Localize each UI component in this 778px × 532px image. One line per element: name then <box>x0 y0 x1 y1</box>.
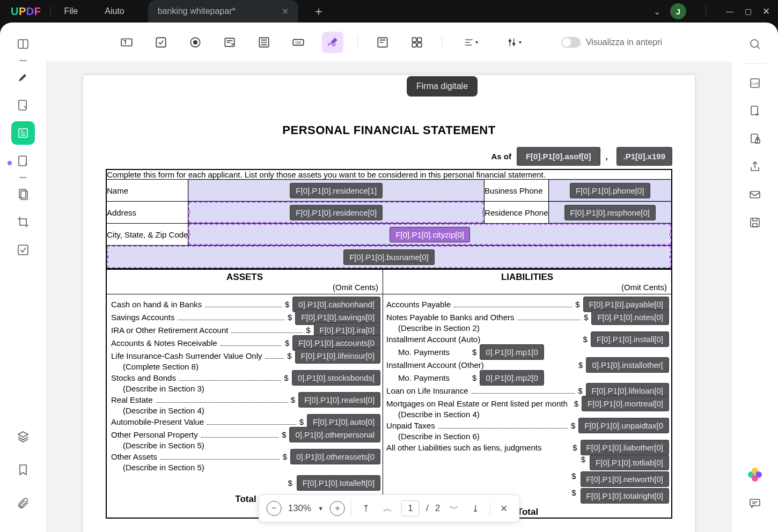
svg-rect-19 <box>417 43 422 47</box>
field-asof[interactable]: F[0].P1[0].asof[0] <box>517 147 600 166</box>
listbox-tool-icon[interactable] <box>253 32 275 53</box>
redact-icon[interactable] <box>11 238 35 262</box>
attachment-icon[interactable] <box>11 491 35 515</box>
form-toolbar: OK ▾ ▾ Visualizza in ant <box>46 23 732 62</box>
asset-ira-label: IRA or Other Retirement Account <box>111 326 228 335</box>
asset-accounts-label: Accounts & Notes Receivable <box>111 338 217 348</box>
svg-point-21 <box>513 42 515 45</box>
assets-liabilities-table: ASSETS (Omit Cents) LIABILITIES (Omit Ce… <box>106 269 672 519</box>
prev-page-icon[interactable]: ︿ <box>380 501 395 516</box>
field-totliab[interactable]: F[0].P1[0].totliab[0] <box>590 455 669 470</box>
field-year[interactable]: .P1[0].x199 <box>616 147 672 166</box>
email-icon[interactable] <box>743 183 767 206</box>
save-icon[interactable] <box>743 211 767 234</box>
applicant-info-table: Complete this form for each applicant. L… <box>106 169 672 269</box>
menu-file[interactable]: File <box>61 4 81 18</box>
next-page-icon[interactable]: ﹀ <box>446 501 461 516</box>
dropdown-tool-icon[interactable] <box>219 32 240 53</box>
search-icon[interactable] <box>743 32 767 56</box>
tab-title: banking whitepapar* <box>158 6 236 16</box>
last-page-icon[interactable]: ⤓ <box>468 501 483 516</box>
form-options-icon[interactable]: ▾ <box>499 32 529 53</box>
field-residence-phone[interactable]: F[0].P1[0].resphone[0] <box>549 202 672 223</box>
field-notes[interactable]: F[0].P1[0].notes[0] <box>591 309 669 325</box>
bookmark-icon[interactable] <box>11 458 35 482</box>
field-address[interactable]: F[0].P1[0].residence[0] <box>188 202 484 223</box>
asset-savings-label: Savings Accounts <box>111 313 174 322</box>
checkbox-tool-icon[interactable] <box>150 32 172 53</box>
svg-rect-25 <box>751 106 758 115</box>
button-tool-icon[interactable]: OK <box>288 32 309 53</box>
field-mp1[interactable]: 0].P1[0].mp1[0 <box>480 344 544 360</box>
crop-icon[interactable] <box>11 210 35 234</box>
field-business-phone[interactable]: F[0].P1[0].phone[0] <box>549 180 672 201</box>
window-maximize-icon[interactable]: ▢ <box>744 8 752 15</box>
organize-pages-icon[interactable] <box>11 149 35 173</box>
window-minimize-icon[interactable]: — <box>725 8 734 15</box>
first-page-icon[interactable]: ⤒ <box>358 501 373 516</box>
radio-tool-icon[interactable] <box>185 32 206 53</box>
new-tab-button[interactable]: ＋ <box>310 3 327 20</box>
liab-mopay2-label: Mo. Payments <box>398 373 450 382</box>
recent-chevron-icon[interactable]: ⌄ <box>654 6 660 17</box>
align-tool-icon[interactable]: ▾ <box>456 32 486 53</box>
convert-icon[interactable] <box>743 99 767 123</box>
svg-rect-7 <box>121 39 132 46</box>
protect-icon[interactable] <box>743 127 767 151</box>
form-tools-icon[interactable] <box>11 121 35 145</box>
digital-signature-tool-icon[interactable] <box>322 32 343 53</box>
page-manager-icon[interactable] <box>11 182 35 206</box>
asset-otherpers-label: Other Personal Property <box>111 430 198 439</box>
svg-point-20 <box>509 40 511 42</box>
preview-toggle[interactable] <box>561 37 581 48</box>
document-title: PERSONAL FINANCIAL STATEMENT <box>106 123 672 137</box>
field-name[interactable]: F[0].P1[0].residence[1] <box>188 180 484 201</box>
field-totalleft[interactable]: F[0].P1[0].totalleft[0] <box>297 475 380 491</box>
field-lifeinsur[interactable]: F[0].P1[0].lifeinsur[0] <box>295 348 381 364</box>
zoom-dropdown-icon[interactable]: ▼ <box>318 505 324 512</box>
edit-pdf-icon[interactable] <box>11 93 35 117</box>
field-installother[interactable]: 0].P1[0].installother[ <box>586 357 669 373</box>
field-otherpersonal[interactable]: 0].P1[0].otherpersonal <box>289 427 380 442</box>
liab-payable-label: Accounts Payable <box>386 300 451 309</box>
current-page-input[interactable]: 1 <box>401 500 420 516</box>
svg-rect-18 <box>412 43 416 47</box>
field-stocks[interactable]: 0].P1[0].stocksbonds[ <box>292 370 380 386</box>
user-avatar[interactable]: J <box>670 3 686 19</box>
ocr-icon[interactable]: OCR <box>743 71 767 95</box>
svg-rect-30 <box>750 499 760 506</box>
window-close-icon[interactable]: ✕ <box>762 8 770 15</box>
field-mortreal[interactable]: F[0].P1[0].mortreal[0] <box>582 396 669 411</box>
tab-close-icon[interactable]: ✕ <box>282 6 289 17</box>
comments-icon[interactable] <box>743 491 767 515</box>
svg-rect-1 <box>19 100 26 110</box>
close-pager-icon[interactable]: ✕ <box>496 501 511 516</box>
reader-mode-icon[interactable] <box>11 32 35 56</box>
menu-help[interactable]: Aiuto <box>101 4 127 18</box>
field-otherassets[interactable]: 0].P1[0].otherassets[0 <box>290 449 380 464</box>
zoom-out-button[interactable]: − <box>267 501 282 516</box>
asset-cash-label: Cash on hand & in Banks <box>111 300 202 309</box>
field-realest[interactable]: F[0].P1[0].realest[0] <box>298 392 380 408</box>
field-totalright[interactable]: F[0].P1[0].totalright[0] <box>581 488 669 504</box>
share-icon[interactable] <box>743 155 767 179</box>
field-install[interactable]: F[0].P1[0].install[0] <box>591 331 669 347</box>
document-canvas[interactable]: PERSONAL FINANCIAL STATEMENT As of F[0].… <box>46 62 732 532</box>
grid-tool-icon[interactable] <box>406 32 428 53</box>
asset-auto-label: Automobile-Present Value <box>111 417 204 426</box>
field-busname[interactable]: F[0].P1[0].busname[0] <box>107 246 671 268</box>
field-liabother[interactable]: F[0].P1[0].liabother[0] <box>581 440 669 455</box>
field-unpaidtax[interactable]: F[0].P1[0].unpaidtax[0 <box>578 418 669 433</box>
highlighter-icon[interactable] <box>11 65 35 89</box>
form-instruction: Complete this form for each applicant. L… <box>106 169 672 180</box>
field-cityzip[interactable]: F[0].P1[0].cityzip[0] <box>188 224 671 245</box>
image-field-tool-icon[interactable] <box>372 32 393 53</box>
ai-assistant-icon[interactable] <box>748 468 762 482</box>
text-field-tool-icon[interactable] <box>116 32 137 53</box>
field-networth[interactable]: F[0].P1[0].networth[0] <box>581 471 669 487</box>
liab-mortreal-label: Mortgages on Real Estate or Rent listed … <box>386 399 568 408</box>
zoom-in-button[interactable]: + <box>330 501 345 516</box>
layers-icon[interactable] <box>11 425 35 448</box>
field-mp2[interactable]: 0].P1[0].mp2[0 <box>480 370 544 386</box>
document-tab[interactable]: banking whitepapar* ✕ <box>148 0 298 23</box>
